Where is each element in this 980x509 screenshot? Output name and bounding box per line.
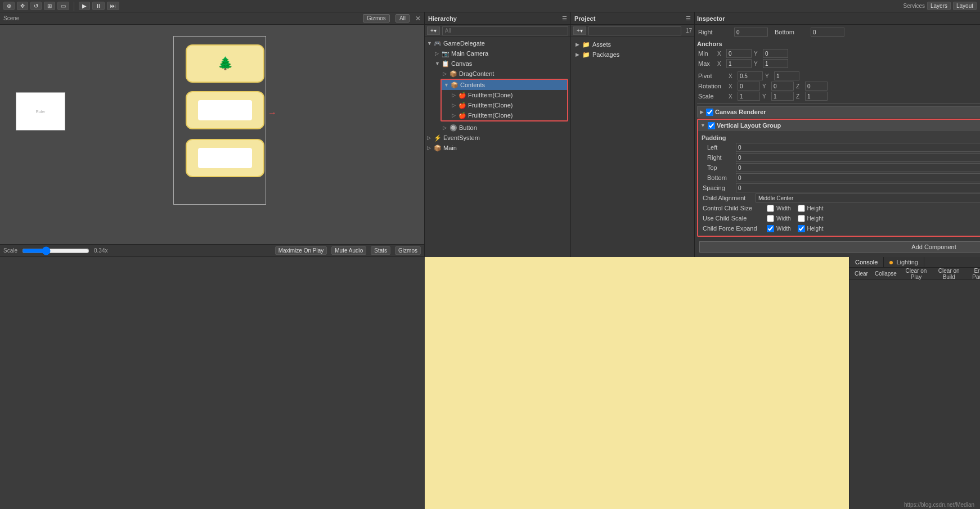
rot-y[interactable] (771, 82, 794, 91)
scene-close-btn[interactable]: ✕ (415, 15, 421, 22)
pivot-y[interactable] (774, 71, 799, 80)
child-force-height-cb[interactable] (798, 225, 805, 232)
tree-item-fruit1[interactable]: ▷ 🍎 FruitItem(Clone) (442, 90, 567, 100)
tree-item-dragcontent[interactable]: ▷ 📦 DragContent (425, 69, 570, 79)
console-collapse-btn[interactable]: Collapse (872, 269, 900, 278)
gizmos-bottom-btn[interactable]: Gizmos (395, 246, 421, 255)
tree-icon-contents: 📦 (451, 82, 458, 89)
use-child-scale-height-cb[interactable] (798, 215, 805, 222)
anchors-min-x[interactable] (726, 49, 752, 58)
project-search[interactable] (588, 26, 681, 35)
pivot-x[interactable] (738, 71, 763, 80)
scale-z[interactable] (805, 92, 828, 101)
hierarchy-search[interactable] (442, 26, 568, 35)
tool-btn-move[interactable]: ✥ (17, 2, 28, 10)
tree-item-main[interactable]: ▷ 📦 Main (425, 143, 570, 153)
vlg-header[interactable]: ▼ Vertical Layout Group ⚙ ↗ ✕ (698, 120, 980, 131)
hierarchy-menu-btn[interactable]: ☰ (562, 15, 567, 21)
bottom-section: Console Lighting Clear Collapse Clear on… (425, 257, 980, 509)
layout-btn[interactable]: Layout (953, 2, 977, 10)
scale-x[interactable] (738, 92, 760, 101)
bottom-input[interactable] (811, 28, 844, 37)
padding-right-input[interactable] (736, 153, 980, 162)
lighting-tab-label: Lighting (896, 259, 918, 265)
tool-btn-rect[interactable]: ▭ (57, 2, 69, 10)
console-clear-on-build-btn[interactable]: Clear on Build (933, 267, 965, 281)
tool-btn-scale[interactable]: ⊞ (44, 2, 55, 10)
tree-label-drag: DragContent (459, 70, 494, 77)
hierarchy-tree: ▼ 🎮 GameDelegate ▷ 📷 Main Camera ▼ 📋 (425, 37, 570, 257)
tree-item-eventsystem[interactable]: ▷ ⚡ EventSystem (425, 133, 570, 143)
right-input[interactable] (734, 28, 768, 37)
project-item-packages[interactable]: ▶ 📁 Packages (573, 49, 692, 60)
step-btn[interactable]: ⏭ (107, 2, 119, 10)
tree-item-fruit2[interactable]: ▷ 🍎 FruitItem(Clone) (442, 100, 567, 110)
padding-top-input[interactable] (736, 163, 980, 172)
child-alignment-select[interactable]: Middle Center Upper Left Upper Center (756, 193, 980, 202)
control-child-size-height-cb[interactable] (798, 205, 805, 212)
scale-label-insp: Scale (698, 93, 726, 100)
control-height-label: Height (807, 205, 824, 211)
child-force-width-cb[interactable] (767, 225, 774, 232)
control-child-size-width-cb[interactable] (767, 205, 774, 212)
project-item-assets[interactable]: ▶ 📁 Assets (573, 39, 692, 49)
play-btn[interactable]: ▶ (79, 2, 90, 10)
canvas-renderer-header[interactable]: ▶ Canvas Renderer ⚙ (697, 106, 980, 118)
anchors-max-x[interactable] (726, 59, 752, 68)
rot-z[interactable] (805, 82, 828, 91)
tree-item-fruit3[interactable]: ▷ 🍎 FruitItem(Clone) (442, 110, 567, 120)
pause-btn[interactable]: ⏸ (92, 2, 105, 10)
tree-label-button: Button (459, 124, 477, 131)
tree-icon-main: 📦 (434, 145, 442, 152)
tree-item-button[interactable]: ▷ 🔘 Button (425, 123, 570, 133)
canvas-renderer-checkbox[interactable] (706, 109, 713, 116)
layers-btn[interactable]: Layers (927, 2, 951, 10)
tree-arrow: ▼ (427, 40, 434, 46)
stats-btn[interactable]: Stats (371, 246, 390, 255)
tree-icon-canvas: 📋 (442, 60, 449, 67)
control-child-size-row: Control Child Size Width Height (702, 203, 980, 213)
console-error-pause-btn[interactable]: Error Pause (966, 267, 980, 281)
tree-item-contents[interactable]: ▼ 📦 Contents (442, 80, 567, 90)
maximize-on-play-btn[interactable]: Maximize On Play (275, 246, 327, 255)
padding-left-input[interactable] (736, 143, 980, 152)
anchors-max-y[interactable] (763, 59, 788, 68)
use-child-scale-width-cb[interactable] (767, 215, 774, 222)
anchors-max-y-label: Y (754, 61, 761, 67)
tree-item-maincamera[interactable]: ▷ 📷 Main Camera (425, 48, 570, 58)
padding-bottom-input[interactable] (736, 173, 980, 182)
spacing-input[interactable] (736, 183, 980, 192)
project-add-btn[interactable]: +▾ (573, 26, 586, 35)
tree-arrow-fruit2: ▷ (452, 102, 458, 108)
mute-audio-btn[interactable]: Mute Audio (331, 246, 366, 255)
tree-item-gamedelegate[interactable]: ▼ 🎮 GameDelegate (425, 38, 570, 48)
scale-y[interactable] (771, 92, 794, 101)
project-menu-btn[interactable]: ☰ (686, 15, 691, 21)
pivot-row: Pivot X Y (697, 71, 980, 81)
tree-label-fruit2: FruitItem(Clone) (468, 102, 513, 109)
tree-item-canvas[interactable]: ▼ 📋 Canvas (425, 58, 570, 69)
anchors-min-x-label: X (717, 51, 724, 57)
padding-top-row: Top (702, 163, 980, 173)
hierarchy-add-btn[interactable]: +▾ (427, 26, 440, 35)
scale-slider[interactable] (22, 246, 89, 255)
scene-card-2-inner (198, 100, 251, 120)
rot-x[interactable] (738, 82, 760, 91)
vlg-checkbox[interactable] (708, 122, 715, 129)
project-panel: Project ☰ +▾ 17 ▶ 📁 Assets (571, 12, 695, 257)
project-count: 17 (686, 28, 692, 34)
gizmos-btn[interactable]: Gizmos (363, 14, 390, 22)
hierarchy-panel: Hierarchy ☰ +▾ ▼ 🎮 GameDelegate (425, 12, 571, 257)
add-component-btn[interactable]: Add Component (699, 241, 980, 253)
all-btn[interactable]: All (395, 14, 410, 22)
console-clear-btn[interactable]: Clear (852, 269, 871, 278)
tool-btn-rotate[interactable]: ↺ (30, 2, 42, 10)
anchors-max-x-label: X (717, 61, 724, 67)
anchors-title: Anchors (697, 39, 980, 48)
anchors-min-y[interactable] (763, 49, 788, 58)
tool-btn-transform[interactable]: ⊕ (3, 2, 15, 10)
console-tab-console[interactable]: Console (849, 257, 884, 267)
scale-x-label: X (729, 93, 735, 100)
console-tab-lighting[interactable]: Lighting (884, 257, 924, 267)
console-clear-on-play-btn[interactable]: Clear on Play (901, 267, 932, 281)
